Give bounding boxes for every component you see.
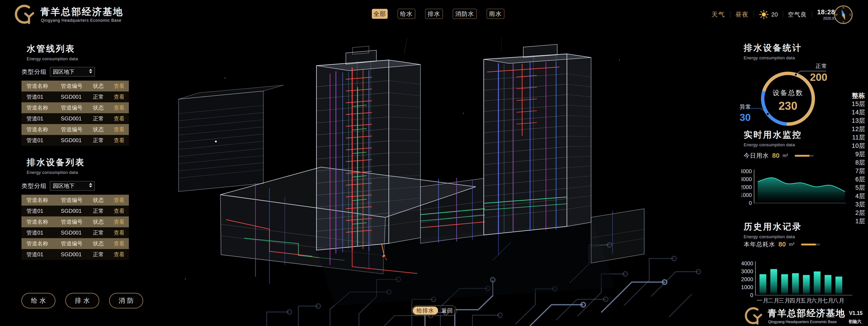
floor-item-14[interactable]: 2层 [852, 209, 865, 217]
view-link[interactable]: 查看 [114, 82, 129, 90]
svg-text:七月: 七月 [822, 297, 834, 304]
footer-brand-title: 青羊总部经济基地 [768, 307, 845, 320]
svg-text:八月: 八月 [833, 297, 845, 304]
stats-title: 排水设备统计 [744, 42, 802, 54]
floor-item-4[interactable]: 12层 [852, 125, 865, 133]
floor-item-0[interactable]: 整栋 [852, 91, 865, 100]
filter-label: 类型分组 [22, 182, 47, 190]
floor-item-12[interactable]: 4层 [852, 192, 865, 200]
table-cell: 状态 [93, 240, 114, 247]
tab-all[interactable]: 全部 [372, 9, 388, 19]
table-cell: 管道编号 [61, 218, 93, 225]
year-usage-value: 80 [778, 241, 786, 248]
view-link[interactable]: 查看 [114, 240, 129, 247]
tab-water-supply[interactable]: 给水 [398, 9, 415, 19]
realtime-subtitle: Energy consumption data [744, 142, 802, 147]
svg-text:五月: 五月 [800, 297, 812, 304]
table-cell: 管道01 [22, 251, 61, 258]
table-cell: 状态 [93, 218, 114, 225]
compass-icon[interactable]: N E S W [834, 5, 853, 24]
floor-item-11[interactable]: 5层 [852, 184, 865, 192]
air-quality-label: 空气良 [788, 11, 807, 19]
history-title: 历史用水记录 [744, 221, 802, 233]
building-3d-viewport[interactable] [172, 38, 705, 326]
back-button[interactable]: 返回 [438, 307, 456, 314]
floor-item-10[interactable]: 6层 [852, 175, 865, 184]
tab-rain-water[interactable]: 雨水 [487, 9, 504, 19]
today-usage-unit: m³ [782, 153, 788, 158]
weather-toggle[interactable]: 天气 [712, 10, 725, 19]
view-link[interactable]: 查看 [114, 218, 129, 225]
tab-fire-water[interactable]: 消防水 [453, 9, 477, 19]
floor-item-9[interactable]: 7层 [852, 167, 865, 175]
view-link[interactable]: 查看 [114, 115, 129, 122]
floor-item-13[interactable]: 3层 [852, 200, 865, 209]
table-cell: 管道01 [22, 229, 61, 236]
view-link[interactable]: 查看 [114, 207, 129, 215]
water-supply-button[interactable]: 给水 [22, 293, 55, 308]
tower-center [316, 46, 421, 273]
svg-text:S: S [842, 21, 844, 23]
usage-indicator-bar [795, 155, 810, 157]
filter-label: 类型分组 [22, 68, 47, 76]
view-link[interactable]: 查看 [114, 229, 129, 236]
abnormal-value: 30 [740, 112, 751, 123]
view-link[interactable]: 查看 [114, 251, 129, 258]
table-cell: SGD001 [61, 137, 93, 143]
floor-item-3[interactable]: 13层 [852, 116, 865, 125]
floor-item-1[interactable]: 15层 [852, 100, 865, 108]
realtime-title: 实时用水监控 [744, 129, 802, 141]
table-cell: 管道编号 [61, 82, 93, 90]
table-cell: 管道名称 [22, 104, 61, 111]
svg-text:1000: 1000 [741, 192, 752, 198]
floor-item-2[interactable]: 14层 [852, 108, 865, 116]
view-link[interactable]: 查看 [114, 137, 129, 144]
annex [591, 209, 644, 263]
floor-item-8[interactable]: 8层 [852, 159, 865, 167]
floor-item-15[interactable]: 1层 [852, 217, 865, 225]
normal-value: 200 [810, 71, 827, 83]
donut-center-label: 设备总数 [761, 88, 815, 98]
history-bar-chart: 40003000200010000一月二月三月四月五月六月七月八月 [741, 257, 855, 306]
mode-switcher: 给排水 返回 [412, 305, 457, 316]
view-link[interactable]: 查看 [114, 196, 129, 204]
svg-text:0: 0 [750, 292, 753, 298]
table-cell: 状态 [93, 126, 114, 133]
panel-title-drain-devices: 排水设备列表 [27, 157, 85, 168]
table-cell: 状态 [93, 104, 114, 111]
view-link[interactable]: 查看 [114, 104, 129, 111]
table-cell: 管道名称 [22, 196, 61, 204]
daynight-toggle[interactable]: 昼夜 [735, 10, 749, 19]
tab-drainage[interactable]: 排水 [425, 9, 443, 19]
floor-item-6[interactable]: 10层 [852, 142, 865, 150]
table-cell: 正常 [93, 207, 114, 215]
floor-item-7[interactable]: 9层 [852, 150, 865, 159]
mode-water-drainage[interactable]: 给排水 [413, 306, 438, 315]
type-group-select[interactable]: 园区地下 [50, 67, 95, 77]
tower-right [484, 44, 591, 255]
table-cell: 管道01 [22, 137, 61, 144]
svg-text:W: W [835, 13, 838, 16]
table-cell: 管道编号 [61, 104, 93, 111]
footer-logo-icon [744, 306, 763, 325]
view-link[interactable]: 查看 [114, 126, 129, 133]
svg-text:E: E [849, 13, 851, 16]
type-group-select-2[interactable]: 园区地下 [50, 181, 95, 191]
table-row: 管道01SGD001正常查看 [22, 249, 129, 260]
table-cell: 管道编号 [61, 196, 93, 204]
table-cell: 管道编号 [61, 240, 93, 247]
view-link[interactable]: 查看 [114, 93, 129, 101]
floor-item-5[interactable]: 11层 [852, 133, 865, 142]
svg-text:3000: 3000 [741, 268, 753, 274]
table-cell: 管道01 [22, 115, 61, 122]
drainage-button[interactable]: 排水 [65, 293, 99, 308]
table-row: 管道01SGD001正常查看 [22, 135, 129, 146]
normal-label: 正常 [810, 62, 827, 70]
svg-text:2000: 2000 [741, 276, 753, 282]
year-usage-label: 本年总耗水 [744, 240, 775, 248]
svg-text:1000: 1000 [741, 284, 753, 290]
version-label: V1.15 [849, 310, 863, 316]
fire-button[interactable]: 消防 [109, 293, 143, 308]
table-cell: 状态 [93, 82, 114, 90]
build-label: 初验六 [848, 319, 862, 325]
